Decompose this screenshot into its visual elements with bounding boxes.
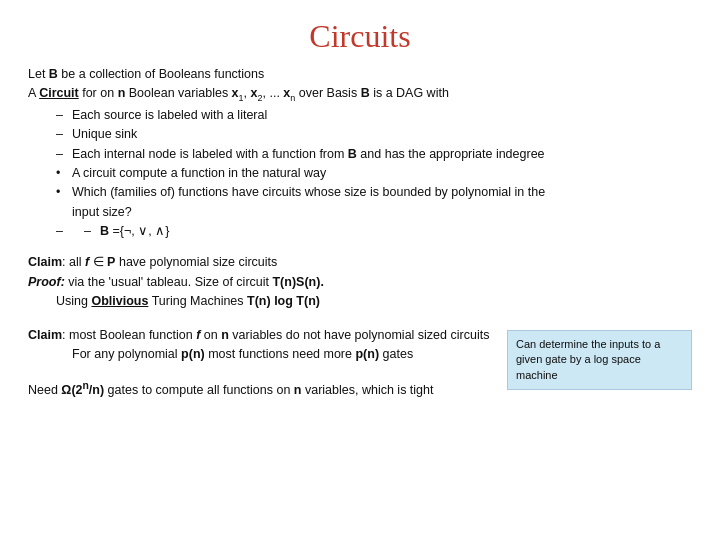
claim1-proof-area: Claim: all f ∈ P have polynomial size ci… [28, 253, 692, 311]
claim1-main: Claim: all f ∈ P have polynomial size ci… [28, 253, 692, 311]
tooltip-box: Can determine the inputs to a given gate… [507, 330, 692, 390]
dash-item-1: Each source is labeled with a literal [28, 106, 692, 125]
dash-item-4: – B ={¬, ∨, ∧} [28, 222, 692, 241]
proof-line1: Proof: via the 'usual' tableau. Size of … [28, 273, 692, 292]
claim1-section: Claim: all f ∈ P have polynomial size ci… [28, 253, 692, 311]
claim1-line: Claim: all f ∈ P have polynomial size ci… [28, 253, 692, 272]
page-title: Circuits [28, 18, 692, 55]
intro-line1: Let B be a collection of Booleans functi… [28, 65, 692, 84]
bullet-item-2-line2: input size? [28, 203, 692, 222]
intro2-text: A Circuit for on n Boolean variables x1,… [28, 86, 449, 100]
bullet-item-1: A circuit compute a function in the natu… [28, 164, 692, 183]
page: Circuits Let B be a collection of Boolea… [0, 0, 720, 540]
proof-line2: Using Oblivious Turing Machines T(n) log… [28, 292, 692, 311]
intro1-text: Let B be a collection of Booleans functi… [28, 67, 264, 81]
bullet-item-2: Which (families of) functions have circu… [28, 183, 692, 202]
dash-item-3: Each internal node is labeled with a fun… [28, 145, 692, 164]
dash-item-2: Unique sink [28, 125, 692, 144]
intro-line2: A Circuit for on n Boolean variables x1,… [28, 84, 692, 105]
